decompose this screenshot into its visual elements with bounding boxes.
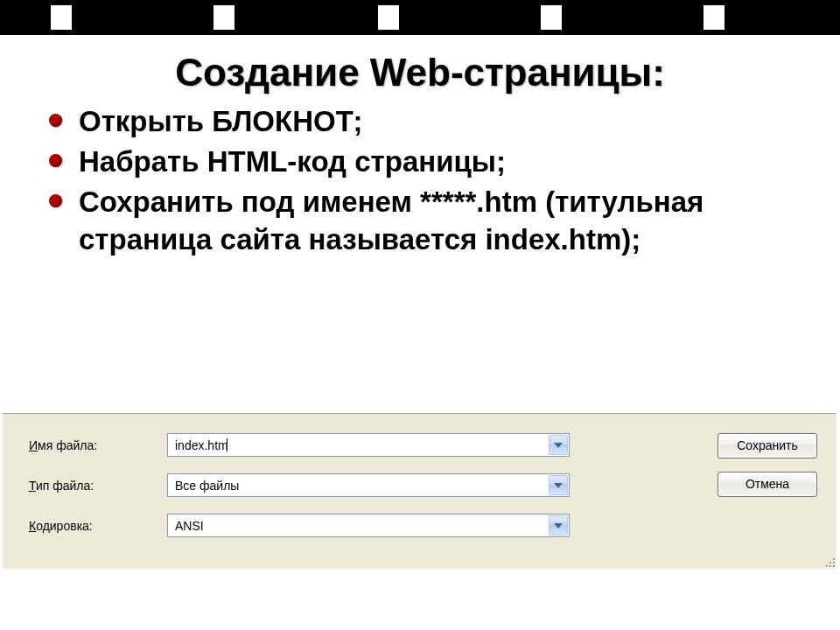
title-bar-mark: [378, 5, 399, 30]
title-bar-mark: [704, 5, 724, 30]
row-encoding: Кодировка: ANSI: [3, 514, 836, 542]
encoding-label: Кодировка:: [29, 519, 93, 533]
bullet-item: Сохранить под именем *****.htm (титульна…: [79, 184, 805, 257]
title-bar-mark: [214, 5, 234, 30]
dropdown-button[interactable]: [549, 435, 568, 455]
filetype-select[interactable]: Все файлы: [167, 473, 570, 497]
slide: Создание Web-страницы: Открыть БЛОКНОТ; …: [0, 0, 840, 630]
text-caret: [227, 438, 228, 452]
save-button[interactable]: Сохранить: [718, 433, 817, 458]
save-dialog: Имя файла: index.htm Тип файла: Все файл…: [2, 413, 836, 569]
chevron-down-icon: [554, 522, 563, 529]
slide-title: Создание Web-страницы:: [18, 51, 822, 94]
chevron-down-icon: [554, 442, 563, 449]
chevron-down-icon: [554, 482, 563, 489]
encoding-value: ANSI: [175, 519, 204, 533]
title-bar-mark: [541, 5, 562, 30]
bullet-list: Открыть БЛОКНОТ; Набрать HTML-код страни…: [0, 103, 840, 258]
resize-grip[interactable]: [821, 553, 835, 567]
row-filetype: Тип файла: Все файлы: [3, 473, 836, 501]
bullet-item: Открыть БЛОКНОТ;: [79, 103, 805, 140]
filetype-label: Тип файла:: [29, 479, 94, 493]
filename-input[interactable]: index.htm: [167, 433, 570, 457]
title-bar-mark: [51, 5, 72, 30]
filename-label: Имя файла:: [29, 438, 97, 452]
encoding-select[interactable]: ANSI: [167, 514, 570, 537]
dropdown-button[interactable]: [549, 475, 568, 495]
filename-value: index.htm: [175, 438, 228, 452]
bullet-item: Набрать HTML-код страницы;: [79, 144, 805, 180]
row-filename: Имя файла: index.htm: [3, 433, 836, 461]
dropdown-button[interactable]: [549, 515, 568, 536]
filetype-value: Все файлы: [175, 479, 239, 493]
cancel-button[interactable]: Отмена: [718, 472, 817, 497]
